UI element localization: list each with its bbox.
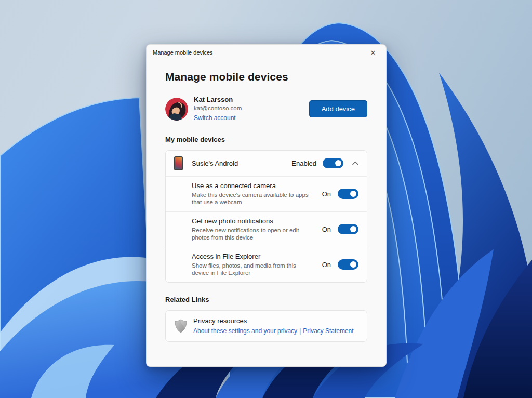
setting-title: Access in File Explorer: [192, 253, 315, 260]
connected-camera-toggle[interactable]: [338, 189, 358, 199]
setting-text: Use as a connected camera Make this devi…: [192, 182, 315, 206]
photo-notifications-toggle[interactable]: [338, 224, 358, 234]
device-enabled-toggle[interactable]: [323, 158, 343, 168]
device-status-label: Enabled: [291, 160, 316, 167]
setting-control: On: [322, 224, 358, 234]
page-title: Manage mobile devices: [165, 71, 367, 83]
profile-email: kat@contoso.com: [194, 104, 242, 112]
toggle-state-label: On: [322, 261, 331, 269]
window-titlebar: Manage mobile devices ✕: [147, 45, 386, 60]
phone-thumbnail: [174, 156, 183, 170]
setting-text: Get new photo notifications Receive new …: [192, 217, 315, 242]
setting-title: Get new photo notifications: [192, 217, 315, 225]
privacy-card: Privacy resources About these settings a…: [165, 310, 367, 342]
profile-info: Kat Larsson kat@contoso.com Switch accou…: [194, 96, 242, 123]
profile-name: Kat Larsson: [194, 96, 242, 104]
privacy-links: About these settings and your privacy|Pr…: [193, 327, 354, 336]
switch-account-link[interactable]: Switch account: [194, 114, 236, 122]
setting-control: On: [322, 259, 358, 270]
privacy-info: Privacy resources About these settings a…: [193, 317, 354, 335]
close-button[interactable]: ✕: [365, 47, 381, 58]
device-card: Susie's Android Enabled Use as a connect…: [165, 150, 367, 283]
link-separator: |: [299, 327, 301, 335]
device-name: Susie's Android: [192, 160, 238, 167]
window-title: Manage mobile devices: [153, 49, 213, 56]
privacy-title: Privacy resources: [193, 317, 354, 326]
setting-description: Show files, photos, and media from this …: [192, 262, 315, 277]
setting-row-connected-camera: Use as a connected camera Make this devi…: [166, 176, 367, 211]
setting-text: Access in File Explorer Show files, phot…: [192, 253, 315, 277]
profile-row: Kat Larsson kat@contoso.com Switch accou…: [165, 96, 367, 123]
setting-row-photo-notifications: Get new photo notifications Receive new …: [166, 211, 367, 247]
manage-mobile-devices-window: Manage mobile devices ✕ Manage mobile de…: [146, 44, 387, 367]
avatar: [165, 98, 188, 121]
setting-description: Receive new notifications to open or edi…: [192, 227, 315, 242]
close-icon: ✕: [370, 49, 376, 57]
setting-row-file-explorer: Access in File Explorer Show files, phot…: [166, 247, 367, 282]
toggle-state-label: On: [322, 190, 331, 198]
setting-description: Make this device's camera available to a…: [192, 191, 315, 206]
window-content: Manage mobile devices: [147, 71, 386, 342]
setting-title: Use as a connected camera: [192, 182, 315, 190]
device-expander-header[interactable]: Susie's Android Enabled: [166, 151, 367, 176]
setting-control: On: [322, 189, 358, 199]
desktop: Manage mobile devices ✕ Manage mobile de…: [0, 0, 532, 398]
related-links-label: Related Links: [165, 296, 367, 303]
add-device-button[interactable]: Add device: [309, 100, 367, 117]
chevron-up-icon[interactable]: [352, 161, 358, 165]
shield-icon: [174, 319, 188, 333]
file-explorer-toggle[interactable]: [338, 259, 358, 270]
privacy-statement-link[interactable]: Privacy Statement: [303, 327, 353, 335]
about-settings-link[interactable]: About these settings and your privacy: [193, 327, 297, 335]
toggle-state-label: On: [322, 225, 331, 233]
my-mobile-devices-label: My mobile devices: [165, 136, 367, 143]
